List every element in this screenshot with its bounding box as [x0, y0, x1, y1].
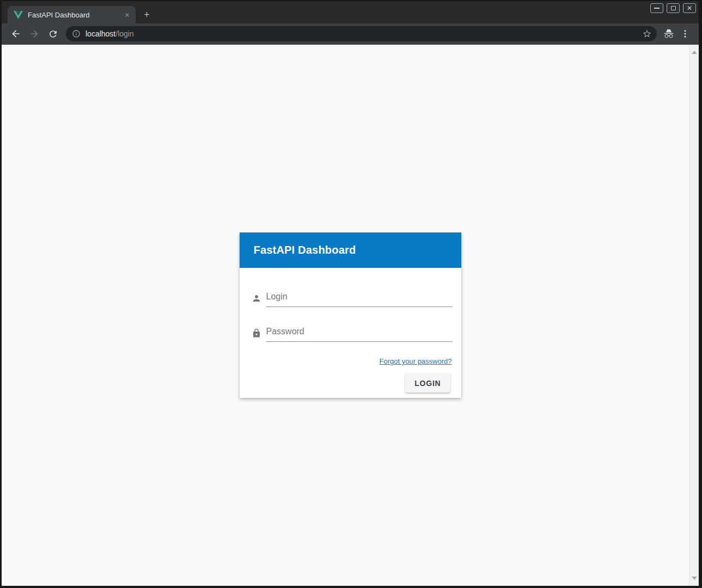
forgot-password-row: Forgot your password? — [252, 356, 452, 366]
refresh-icon — [48, 29, 58, 39]
address-bar[interactable]: localhost/login — [66, 26, 657, 41]
vue-logo-icon — [14, 11, 23, 19]
login-field-row — [252, 289, 452, 307]
url-path: /login — [115, 29, 133, 38]
login-card-header: FastAPI Dashboard — [240, 232, 461, 268]
forgot-password-link[interactable]: Forgot your password? — [380, 357, 452, 365]
card-actions: LOGIN — [252, 373, 452, 393]
browser-menu-button[interactable] — [677, 26, 693, 41]
browser-window: FastAPI Dashboard ✕ — [0, 0, 702, 588]
navigation-toolbar: localhost/login — [2, 23, 699, 45]
url-host: localhost — [86, 29, 115, 38]
close-icon: ✕ — [687, 5, 692, 11]
login-card-title: FastAPI Dashboard — [254, 244, 356, 256]
lock-icon — [252, 328, 261, 338]
incognito-icon — [661, 26, 677, 41]
titlebar: FastAPI Dashboard ✕ — [2, 1, 699, 23]
tab-title: FastAPI Dashboard — [28, 11, 122, 19]
person-icon — [252, 293, 261, 303]
back-button[interactable] — [8, 26, 23, 41]
maximize-icon — [671, 6, 676, 10]
browser-tab[interactable]: FastAPI Dashboard — [8, 6, 136, 23]
password-input[interactable] — [266, 323, 452, 342]
login-card-body: Forgot your password? LOGIN — [240, 268, 461, 398]
forward-button[interactable] — [27, 26, 42, 41]
window-controls: ✕ — [650, 3, 696, 13]
login-button[interactable]: LOGIN — [405, 373, 450, 393]
page-info-icon[interactable] — [72, 29, 81, 38]
maximize-button[interactable] — [667, 3, 680, 13]
page-content: FastAPI Dashboard — [2, 45, 699, 586]
arrow-back-icon — [10, 28, 21, 39]
tab-close-icon[interactable] — [122, 10, 132, 20]
login-input[interactable] — [266, 289, 452, 307]
url-text: localhost/login — [86, 29, 134, 38]
new-tab-button[interactable] — [139, 7, 154, 22]
scroll-down-icon[interactable] — [692, 577, 697, 580]
page-scrollbar[interactable] — [689, 45, 699, 586]
password-field-row — [252, 323, 452, 342]
close-button[interactable]: ✕ — [683, 3, 696, 13]
login-card: FastAPI Dashboard — [240, 232, 461, 398]
minimize-button[interactable] — [650, 3, 663, 13]
arrow-forward-icon — [29, 28, 40, 39]
bookmark-star-icon[interactable] — [640, 27, 654, 40]
kebab-menu-icon — [680, 29, 690, 39]
reload-button[interactable] — [45, 26, 60, 41]
scroll-up-icon[interactable] — [692, 51, 697, 54]
minimize-icon — [654, 8, 660, 9]
